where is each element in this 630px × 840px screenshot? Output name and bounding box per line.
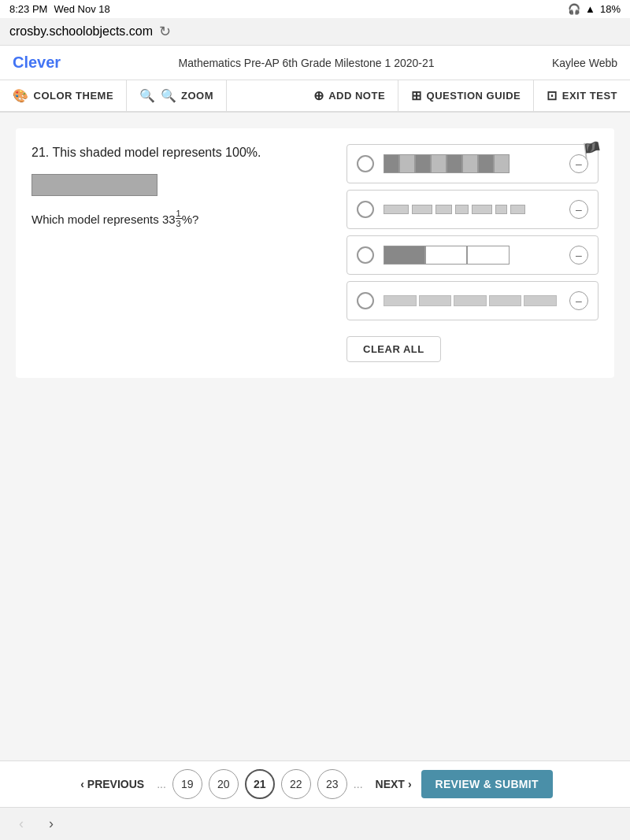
add-note-label: ADD NOTE bbox=[328, 90, 385, 102]
zoom-label: ZOOM bbox=[181, 90, 213, 102]
clever-logo: Clever bbox=[13, 54, 61, 72]
bar-seg bbox=[454, 295, 487, 306]
bar-seg bbox=[384, 154, 399, 173]
question-text: 21. This shaded model represents 100%. bbox=[32, 144, 331, 161]
question-guide-button[interactable]: ⊞ QUESTION GUIDE bbox=[398, 80, 534, 111]
eliminate-c-button[interactable]: – bbox=[569, 246, 588, 265]
page-23-button[interactable]: 23 bbox=[317, 769, 347, 799]
page-22-button[interactable]: 22 bbox=[281, 769, 311, 799]
which-model-text: Which model represents 33 1 3 %? bbox=[32, 212, 331, 228]
chevron-left-icon: ‹ bbox=[80, 778, 84, 790]
bar-seg bbox=[447, 154, 462, 173]
previous-button[interactable]: ‹ PREVIOUS bbox=[77, 773, 147, 795]
answer-options: – – bbox=[346, 144, 598, 362]
browser-back-button: ‹ bbox=[13, 814, 30, 834]
bar-seg bbox=[472, 205, 492, 214]
day: Wed Nov 18 bbox=[54, 3, 109, 15]
bar-seg bbox=[431, 154, 447, 173]
exit-icon: ⊡ bbox=[547, 88, 558, 103]
zoom-button[interactable]: 🔍 🔍 ZOOM bbox=[127, 80, 227, 111]
option-d[interactable]: – bbox=[346, 281, 598, 320]
page-19-label: 19 bbox=[181, 778, 194, 790]
nav-dots-right: ... bbox=[354, 778, 363, 790]
bar-seg bbox=[415, 154, 431, 173]
previous-label: PREVIOUS bbox=[87, 778, 144, 790]
page-21-button[interactable]: 21 bbox=[245, 769, 275, 799]
flag-button[interactable]: 🏴 bbox=[582, 141, 602, 160]
exit-test-button[interactable]: ⊡ EXIT TEST bbox=[534, 80, 630, 111]
page-20-button[interactable]: 20 bbox=[209, 769, 239, 799]
bar-d bbox=[384, 294, 557, 308]
bar-a bbox=[384, 154, 510, 173]
browser-forward-button[interactable]: › bbox=[43, 814, 60, 834]
browser-nav: ‹ › bbox=[0, 807, 630, 840]
status-bar: 8:23 PM Wed Nov 18 🎧 ▲ 18% bbox=[0, 0, 630, 18]
browser-url: crosby.schoolobjects.com bbox=[9, 24, 153, 39]
eliminate-b-button[interactable]: – bbox=[569, 200, 588, 219]
bar-seg bbox=[384, 205, 409, 214]
toolbar: 🎨 COLOR THEME 🔍 🔍 ZOOM ⊕ ADD NOTE ⊞ QUES… bbox=[0, 80, 630, 113]
nav-bar: ‹ PREVIOUS ... 19 20 21 22 23 ... NEXT ›… bbox=[0, 760, 630, 807]
radio-b[interactable] bbox=[357, 201, 374, 218]
visual-c bbox=[384, 244, 560, 266]
bar-seg bbox=[399, 154, 415, 173]
wifi-icon: ▲ bbox=[585, 3, 595, 15]
option-a[interactable]: – bbox=[346, 144, 598, 183]
chevron-right-icon: › bbox=[408, 778, 412, 790]
refresh-button[interactable]: ↻ bbox=[159, 23, 171, 40]
radio-c[interactable] bbox=[357, 246, 374, 264]
fraction: 1 3 bbox=[176, 209, 182, 228]
question-number: 21. bbox=[32, 146, 49, 159]
next-button[interactable]: NEXT › bbox=[372, 773, 415, 795]
next-label: NEXT bbox=[376, 778, 405, 790]
bar-b bbox=[384, 202, 525, 217]
headphone-icon: 🎧 bbox=[568, 3, 580, 15]
radio-d[interactable] bbox=[357, 292, 374, 309]
question-left: 21. This shaded model represents 100%. W… bbox=[32, 144, 331, 362]
option-b[interactable]: – bbox=[346, 190, 598, 229]
eliminate-d-button[interactable]: – bbox=[569, 291, 588, 310]
bar-seg bbox=[524, 295, 557, 306]
zoom-in-icon: 🔍 bbox=[139, 88, 156, 103]
user-name: Kaylee Webb bbox=[552, 57, 617, 69]
color-theme-button[interactable]: 🎨 COLOR THEME bbox=[0, 80, 127, 111]
percent-suffix: %? bbox=[182, 213, 199, 226]
bar-seg-empty bbox=[467, 246, 510, 265]
app-title: Mathematics Pre-AP 6th Grade Milestone 1… bbox=[179, 57, 435, 69]
time: 8:23 PM bbox=[9, 3, 47, 15]
palette-icon: 🎨 bbox=[13, 88, 29, 103]
bar-seg bbox=[510, 205, 525, 214]
add-note-button[interactable]: ⊕ ADD NOTE bbox=[301, 80, 398, 111]
visual-d bbox=[384, 290, 560, 312]
fraction-denominator: 3 bbox=[176, 219, 181, 228]
clear-all-button[interactable]: CLEAR ALL bbox=[346, 336, 441, 362]
bar-seg bbox=[478, 154, 494, 173]
shaded-model-bar bbox=[32, 174, 158, 196]
page-19-button[interactable]: 19 bbox=[172, 769, 202, 799]
visual-a bbox=[384, 153, 560, 175]
bar-c bbox=[384, 246, 510, 265]
question-body: This shaded model represents 100%. bbox=[52, 146, 261, 159]
browser-bar: crosby.schoolobjects.com ↻ bbox=[0, 18, 630, 46]
zoom-out-icon: 🔍 bbox=[161, 88, 177, 103]
option-c[interactable]: – bbox=[346, 235, 598, 275]
bar-seg-empty bbox=[425, 246, 467, 265]
bar-seg bbox=[412, 205, 432, 214]
status-right: 🎧 ▲ 18% bbox=[568, 3, 621, 15]
app-header: Clever Mathematics Pre-AP 6th Grade Mile… bbox=[0, 46, 630, 80]
color-theme-label: COLOR THEME bbox=[34, 90, 114, 102]
battery: 18% bbox=[600, 3, 621, 15]
guide-icon: ⊞ bbox=[411, 88, 422, 103]
status-left: 8:23 PM Wed Nov 18 bbox=[9, 3, 110, 15]
bar-seg bbox=[494, 154, 510, 173]
nav-dots-left: ... bbox=[157, 778, 166, 790]
question-guide-label: QUESTION GUIDE bbox=[427, 90, 521, 102]
bar-seg bbox=[462, 154, 478, 173]
bar-seg bbox=[384, 295, 417, 306]
bar-seg bbox=[435, 205, 452, 214]
page-21-label: 21 bbox=[254, 778, 266, 790]
radio-a[interactable] bbox=[357, 155, 374, 172]
review-submit-button[interactable]: REVIEW & SUBMIT bbox=[421, 770, 553, 798]
page-20-label: 20 bbox=[217, 778, 230, 790]
exit-test-label: EXIT TEST bbox=[562, 90, 617, 102]
